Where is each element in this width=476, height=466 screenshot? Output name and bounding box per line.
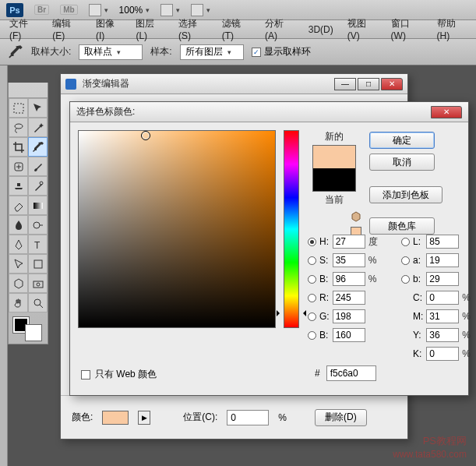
position-label: 位置(C): [183,411,217,424]
svg-point-1 [15,124,23,129]
menu-file[interactable]: 文件(F) [9,17,38,41]
minimize-button[interactable]: — [334,78,356,90]
color-picker-title-bar[interactable]: 选择色标颜色: ✕ [70,102,468,122]
eraser-tool[interactable] [9,196,28,215]
input-y[interactable]: 36 [426,328,459,342]
history-brush-tool[interactable] [28,176,48,196]
healing-brush-tool[interactable] [9,157,28,176]
type-tool[interactable]: T [28,235,48,254]
cancel-button[interactable]: 取消 [369,154,435,171]
3d-tool[interactable] [9,274,28,293]
path-selection-tool[interactable] [9,254,28,274]
arrange-dropdown[interactable] [160,4,180,16]
radio-lb[interactable] [401,275,410,284]
gradient-title-bar[interactable]: 渐变编辑器 — □ ✕ [61,74,407,94]
hex-input[interactable]: f5c6a0 [326,365,376,381]
menu-analysis[interactable]: 分析(A) [265,17,294,41]
gamut-warning-icon[interactable] [351,211,361,222]
gradient-tool[interactable] [28,196,48,215]
menu-select[interactable]: 选择(S) [178,17,208,41]
stop-color-menu[interactable]: ▶ [138,411,150,425]
radio-l[interactable] [401,238,410,246]
svg-rect-8 [33,281,43,288]
menu-edit[interactable]: 编辑(E) [52,17,82,41]
radio-h[interactable] [308,238,316,246]
input-lb[interactable]: 29 [426,272,459,286]
radio-a[interactable] [401,256,410,265]
color-libraries-button[interactable]: 颜色库 [369,217,435,235]
maximize-button[interactable]: □ [358,78,379,90]
input-bb[interactable]: 160 [333,328,365,342]
background-swatch[interactable] [26,325,41,341]
screen-mode-dropdown[interactable] [89,4,108,16]
camera-tool[interactable] [28,274,48,293]
position-input[interactable]: 0 [227,410,269,425]
menu-filter[interactable]: 滤镜(T) [222,17,251,41]
hue-slider[interactable] [284,130,299,328]
extras-icon [191,4,203,16]
tools-grip[interactable] [9,83,48,98]
marquee-tool[interactable] [9,98,28,118]
close-button[interactable]: ✕ [431,106,462,118]
saturation-value-field[interactable] [78,130,276,328]
zoom-tool[interactable] [28,293,48,312]
color-swatches[interactable] [9,312,48,341]
radio-bb[interactable] [308,331,316,340]
minibridge-badge[interactable]: Mb [60,5,77,15]
shape-tool[interactable] [28,254,48,274]
input-s[interactable]: 35 [333,253,365,267]
magic-wand-tool[interactable] [28,118,48,137]
menu-window[interactable]: 窗口(W) [391,17,423,41]
zoom-dropdown[interactable]: 100% [119,5,150,16]
blur-tool[interactable] [9,215,28,235]
watermark-line2: www.tata580.com [393,448,467,461]
input-a[interactable]: 19 [426,253,459,267]
extras-dropdown[interactable] [191,4,210,16]
menu-image[interactable]: 图像(I) [96,17,122,41]
options-bar: 取样大小: 取样点 样本: 所有图层 ✓ 显示取样环 [0,39,476,65]
input-g[interactable]: 198 [333,309,365,323]
input-b[interactable]: 96 [333,272,365,286]
move-tool[interactable] [28,98,48,118]
input-c[interactable]: 0 [426,291,459,305]
stop-color-swatch[interactable] [102,411,129,425]
add-to-swatches-button[interactable]: 添加到色板 [369,186,443,203]
menu-help[interactable]: 帮助(H) [437,17,467,41]
current-color-swatch[interactable] [313,168,355,191]
hand-tool[interactable] [9,293,28,312]
ok-button[interactable]: 确定 [369,132,435,149]
input-m[interactable]: 31 [426,309,459,323]
brush-tool[interactable] [28,157,48,176]
sample-value: 所有图层 [185,45,223,58]
input-h[interactable]: 27 [333,235,365,249]
clone-stamp-tool[interactable] [9,176,28,196]
input-r[interactable]: 245 [333,291,365,305]
sample-layers-select[interactable]: 所有图层 [180,44,244,60]
web-colors-row[interactable]: ✓ 只有 Web 颜色 [81,368,157,381]
close-button[interactable]: ✕ [381,78,403,90]
panel-collapse-strip[interactable] [0,65,8,466]
show-sampling-ring-checkbox[interactable]: ✓ 显示取样环 [252,45,311,58]
eyedropper-tool[interactable] [28,137,48,157]
delete-stop-button[interactable]: 删除(D) [315,409,367,426]
radio-b[interactable] [308,275,316,284]
menu-layer[interactable]: 图层(L) [136,17,164,41]
lasso-tool[interactable] [9,118,28,137]
input-k[interactable]: 0 [426,347,459,361]
radio-s[interactable] [308,256,316,265]
label-h: H: [319,236,330,247]
sample-size-select[interactable]: 取样点 [79,44,143,60]
menu-3d[interactable]: 3D(D) [309,24,333,35]
pen-tool[interactable] [9,235,28,254]
dodge-tool[interactable] [28,215,48,235]
checkbox-icon: ✓ [252,48,261,57]
crop-tool[interactable] [9,137,28,157]
color-preview [312,145,356,192]
unit-b: % [368,274,378,284]
radio-r[interactable] [308,294,316,302]
tools-panel: T [8,83,48,344]
input-l[interactable]: 85 [426,235,459,249]
menu-view[interactable]: 视图(V) [347,17,377,41]
bridge-badge[interactable]: Br [34,5,49,15]
radio-g[interactable] [308,312,316,321]
